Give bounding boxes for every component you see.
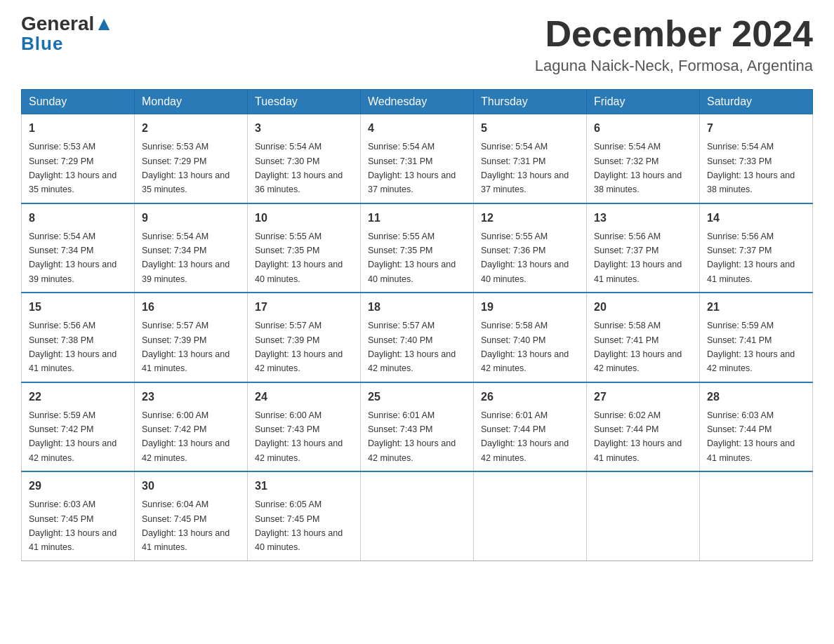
day-info: Sunrise: 5:57 AMSunset: 7:39 PMDaylight:… [255,321,343,373]
day-number: 30 [142,478,240,495]
calendar-cell [700,471,813,561]
day-number: 14 [707,210,805,227]
calendar-cell: 12 Sunrise: 5:55 AMSunset: 7:36 PMDaylig… [474,203,587,293]
day-number: 13 [594,210,692,227]
day-number: 9 [142,210,240,227]
day-info: Sunrise: 6:00 AMSunset: 7:43 PMDaylight:… [255,410,343,463]
day-info: Sunrise: 5:57 AMSunset: 7:39 PMDaylight:… [142,321,230,373]
day-number: 10 [255,210,353,227]
day-number: 4 [368,120,466,137]
day-info: Sunrise: 6:03 AMSunset: 7:45 PMDaylight:… [29,499,117,552]
day-info: Sunrise: 5:54 AMSunset: 7:30 PMDaylight:… [255,142,343,194]
day-info: Sunrise: 5:55 AMSunset: 7:36 PMDaylight:… [481,232,569,284]
calendar-cell: 18 Sunrise: 5:57 AMSunset: 7:40 PMDaylig… [361,293,474,382]
calendar-cell: 26 Sunrise: 6:01 AMSunset: 7:44 PMDaylig… [474,382,587,472]
calendar-cell: 10 Sunrise: 5:55 AMSunset: 7:35 PMDaylig… [248,203,361,293]
header-friday: Friday [587,90,700,114]
page-header: General▲ Blue December 2024 Laguna Naick… [21,14,813,75]
header-sunday: Sunday [22,90,135,114]
day-info: Sunrise: 6:03 AMSunset: 7:44 PMDaylight:… [707,410,795,463]
day-info: Sunrise: 6:05 AMSunset: 7:45 PMDaylight:… [255,499,343,552]
calendar-cell: 23 Sunrise: 6:00 AMSunset: 7:42 PMDaylig… [135,382,248,472]
logo-text: General▲ Blue [21,14,114,53]
day-info: Sunrise: 5:56 AMSunset: 7:37 PMDaylight:… [707,232,795,284]
title-section: December 2024 Laguna Naick-Neck, Formosa… [535,14,813,75]
day-info: Sunrise: 5:53 AMSunset: 7:29 PMDaylight:… [29,142,117,194]
calendar-cell: 6 Sunrise: 5:54 AMSunset: 7:32 PMDayligh… [587,114,700,203]
calendar-cell: 21 Sunrise: 5:59 AMSunset: 7:41 PMDaylig… [700,293,813,382]
calendar-cell: 1 Sunrise: 5:53 AMSunset: 7:29 PMDayligh… [22,114,135,203]
calendar-cell: 15 Sunrise: 5:56 AMSunset: 7:38 PMDaylig… [22,293,135,382]
day-number: 21 [707,299,805,316]
calendar-table: Sunday Monday Tuesday Wednesday Thursday… [21,89,813,561]
day-number: 23 [142,389,240,405]
day-number: 15 [29,299,127,316]
day-info: Sunrise: 5:59 AMSunset: 7:41 PMDaylight:… [707,321,795,373]
calendar-cell: 16 Sunrise: 5:57 AMSunset: 7:39 PMDaylig… [135,293,248,382]
calendar-cell [361,471,474,561]
location-title: Laguna Naick-Neck, Formosa, Argentina [535,57,813,75]
day-number: 12 [481,210,579,227]
day-number: 24 [255,389,353,405]
day-info: Sunrise: 5:56 AMSunset: 7:38 PMDaylight:… [29,321,117,373]
day-number: 25 [368,389,466,405]
day-info: Sunrise: 5:57 AMSunset: 7:40 PMDaylight:… [368,321,456,373]
day-number: 17 [255,299,353,316]
weekday-header-row: Sunday Monday Tuesday Wednesday Thursday… [22,90,813,114]
day-info: Sunrise: 5:54 AMSunset: 7:34 PMDaylight:… [29,232,117,284]
day-info: Sunrise: 5:58 AMSunset: 7:40 PMDaylight:… [481,321,569,373]
day-info: Sunrise: 6:02 AMSunset: 7:44 PMDaylight:… [594,410,682,463]
calendar-cell: 24 Sunrise: 6:00 AMSunset: 7:43 PMDaylig… [248,382,361,472]
day-number: 26 [481,389,579,405]
day-number: 5 [481,120,579,137]
day-number: 16 [142,299,240,316]
day-number: 6 [594,120,692,137]
calendar-cell: 19 Sunrise: 5:58 AMSunset: 7:40 PMDaylig… [474,293,587,382]
calendar-cell: 7 Sunrise: 5:54 AMSunset: 7:33 PMDayligh… [700,114,813,203]
logo: General▲ Blue [21,14,114,53]
calendar-cell: 2 Sunrise: 5:53 AMSunset: 7:29 PMDayligh… [135,114,248,203]
header-monday: Monday [135,90,248,114]
calendar-cell: 17 Sunrise: 5:57 AMSunset: 7:39 PMDaylig… [248,293,361,382]
day-info: Sunrise: 5:53 AMSunset: 7:29 PMDaylight:… [142,142,230,194]
calendar-cell: 29 Sunrise: 6:03 AMSunset: 7:45 PMDaylig… [22,471,135,561]
day-info: Sunrise: 5:54 AMSunset: 7:31 PMDaylight:… [481,142,569,194]
day-number: 2 [142,120,240,137]
day-number: 20 [594,299,692,316]
month-title: December 2024 [535,14,813,54]
day-info: Sunrise: 5:54 AMSunset: 7:33 PMDaylight:… [707,142,795,194]
calendar-cell: 4 Sunrise: 5:54 AMSunset: 7:31 PMDayligh… [361,114,474,203]
day-info: Sunrise: 5:55 AMSunset: 7:35 PMDaylight:… [255,232,343,284]
day-info: Sunrise: 6:01 AMSunset: 7:44 PMDaylight:… [481,410,569,463]
calendar-cell [587,471,700,561]
calendar-cell: 28 Sunrise: 6:03 AMSunset: 7:44 PMDaylig… [700,382,813,472]
day-number: 18 [368,299,466,316]
day-number: 19 [481,299,579,316]
day-number: 1 [29,120,127,137]
day-info: Sunrise: 5:56 AMSunset: 7:37 PMDaylight:… [594,232,682,284]
calendar-cell: 9 Sunrise: 5:54 AMSunset: 7:34 PMDayligh… [135,203,248,293]
day-number: 11 [368,210,466,227]
header-saturday: Saturday [700,90,813,114]
calendar-cell [474,471,587,561]
day-number: 7 [707,120,805,137]
day-number: 31 [255,478,353,495]
day-info: Sunrise: 6:00 AMSunset: 7:42 PMDaylight:… [142,410,230,463]
calendar-cell: 25 Sunrise: 6:01 AMSunset: 7:43 PMDaylig… [361,382,474,472]
calendar-cell: 22 Sunrise: 5:59 AMSunset: 7:42 PMDaylig… [22,382,135,472]
day-info: Sunrise: 5:54 AMSunset: 7:31 PMDaylight:… [368,142,456,194]
day-info: Sunrise: 6:04 AMSunset: 7:45 PMDaylight:… [142,499,230,552]
calendar-cell: 14 Sunrise: 5:56 AMSunset: 7:37 PMDaylig… [700,203,813,293]
header-tuesday: Tuesday [248,90,361,114]
calendar-cell: 30 Sunrise: 6:04 AMSunset: 7:45 PMDaylig… [135,471,248,561]
day-info: Sunrise: 6:01 AMSunset: 7:43 PMDaylight:… [368,410,456,463]
calendar-cell: 3 Sunrise: 5:54 AMSunset: 7:30 PMDayligh… [248,114,361,203]
day-info: Sunrise: 5:58 AMSunset: 7:41 PMDaylight:… [594,321,682,373]
calendar-cell: 20 Sunrise: 5:58 AMSunset: 7:41 PMDaylig… [587,293,700,382]
calendar-cell: 11 Sunrise: 5:55 AMSunset: 7:35 PMDaylig… [361,203,474,293]
day-number: 27 [594,389,692,405]
calendar-cell: 8 Sunrise: 5:54 AMSunset: 7:34 PMDayligh… [22,203,135,293]
day-info: Sunrise: 5:54 AMSunset: 7:34 PMDaylight:… [142,232,230,284]
header-wednesday: Wednesday [361,90,474,114]
calendar-cell: 31 Sunrise: 6:05 AMSunset: 7:45 PMDaylig… [248,471,361,561]
